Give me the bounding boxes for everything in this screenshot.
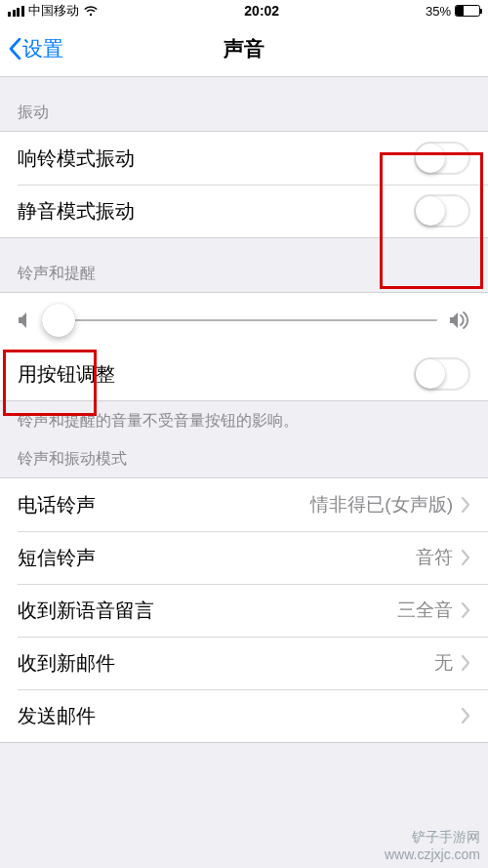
battery-icon (455, 5, 480, 17)
cell-label: 收到新语音留言 (18, 598, 397, 624)
cell-group-patterns: 电话铃声 情非得已(女声版) 短信铃声 音符 收到新语音留言 三全音 收到新邮件… (0, 477, 488, 743)
cell-label: 短信铃声 (18, 545, 416, 571)
cell-label: 电话铃声 (18, 492, 310, 518)
cell-label: 用按钮调整 (18, 361, 414, 388)
status-right: 35% (426, 4, 480, 19)
status-left: 中国移动 (8, 2, 99, 20)
status-time: 20:02 (244, 3, 279, 19)
status-bar: 中国移动 20:02 35% (0, 0, 488, 21)
cell-sentmail[interactable]: 发送邮件 (0, 689, 488, 742)
cell-silent-vibrate: 静音模式振动 (0, 185, 488, 237)
chevron-right-icon (461, 550, 470, 565)
cell-value: 情非得已(女声版) (310, 492, 453, 517)
chevron-right-icon (461, 602, 470, 618)
cell-newmail[interactable]: 收到新邮件 无 (0, 637, 488, 689)
cell-button-adjust: 用按钮调整 (0, 348, 488, 400)
cell-volume-slider (0, 293, 488, 348)
cell-group-vibration: 响铃模式振动 静音模式振动 (0, 131, 488, 238)
toggle-ringer-vibrate[interactable] (414, 142, 470, 175)
cell-label: 响铃模式振动 (18, 145, 414, 172)
chevron-right-icon (461, 497, 470, 513)
cell-label: 发送邮件 (18, 703, 453, 729)
cell-label: 收到新邮件 (18, 650, 434, 677)
cell-ringtone[interactable]: 电话铃声 情非得已(女声版) (0, 478, 488, 531)
cell-value: 无 (434, 650, 453, 676)
nav-header: 设置 声音 (0, 21, 488, 77)
toggle-button-adjust[interactable] (414, 357, 470, 391)
volume-min-icon (18, 311, 31, 329)
volume-max-icon (449, 311, 470, 329)
back-label: 设置 (22, 35, 63, 62)
toggle-silent-vibrate[interactable] (414, 194, 470, 227)
cell-voicemail[interactable]: 收到新语音留言 三全音 (0, 584, 488, 637)
cell-label: 静音模式振动 (18, 198, 414, 225)
section-header-ringer: 铃声和提醒 (0, 238, 488, 292)
carrier-label: 中国移动 (28, 2, 79, 20)
cell-ringer-vibrate: 响铃模式振动 (0, 132, 488, 185)
cell-texttone[interactable]: 短信铃声 音符 (0, 531, 488, 584)
back-button[interactable]: 设置 (0, 35, 63, 62)
cell-value: 音符 (416, 545, 453, 570)
footer-note: 铃声和提醒的音量不受音量按钮的影响。 (0, 401, 488, 432)
chevron-right-icon (461, 708, 470, 723)
slider-thumb[interactable] (42, 304, 75, 337)
section-header-vibration: 振动 (0, 77, 488, 131)
volume-slider[interactable] (43, 319, 437, 321)
battery-percent: 35% (426, 4, 451, 19)
cell-value: 三全音 (397, 598, 453, 623)
cell-group-ringer: 用按钮调整 (0, 292, 488, 401)
page-title: 声音 (224, 35, 264, 62)
section-header-patterns: 铃声和振动模式 (0, 432, 488, 477)
watermark: 铲子手游网 www.czjxjc.com (385, 829, 480, 862)
cellular-signal-icon (8, 6, 24, 17)
wifi-icon (83, 5, 99, 17)
chevron-right-icon (461, 655, 470, 671)
